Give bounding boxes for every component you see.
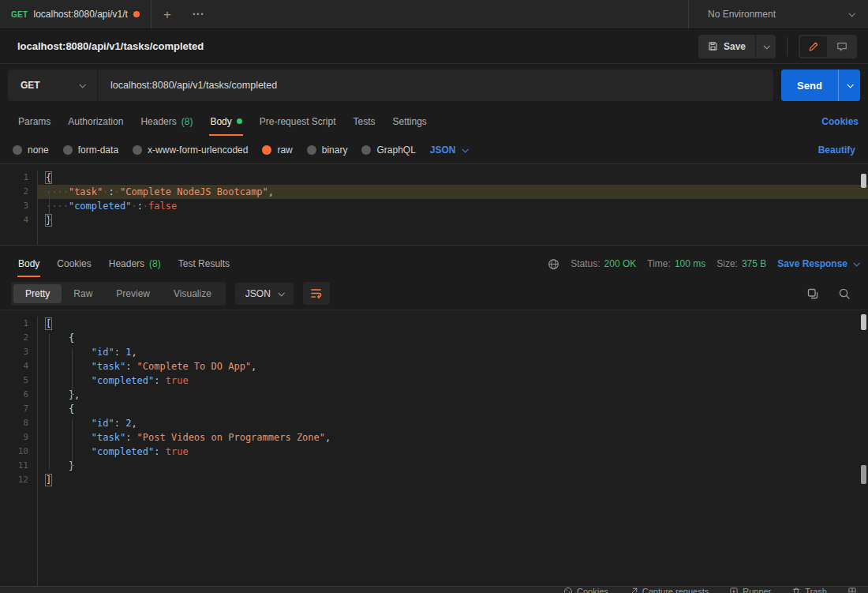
code-line[interactable]: "completed": true — [38, 373, 868, 388]
method-dropdown[interactable]: GET — [8, 69, 98, 101]
url-value: localhost:8080/api/v1/tasks/completed — [110, 80, 277, 91]
code-line[interactable]: { — [38, 331, 868, 345]
code-line[interactable]: ] — [38, 473, 868, 487]
send-button[interactable]: Send — [781, 69, 838, 101]
request-tab[interactable]: GET localhost:8080/api/v1/t — [0, 0, 152, 28]
runner-button[interactable]: Runner — [729, 590, 771, 593]
comments-button[interactable] — [829, 36, 855, 57]
token: , — [131, 347, 137, 358]
body-type-raw[interactable]: raw — [262, 144, 292, 156]
edit-request-button[interactable] — [800, 36, 827, 57]
code-line[interactable]: } — [38, 459, 868, 473]
radio-label: GraphQL — [376, 144, 415, 156]
token: false — [148, 201, 177, 212]
environment-label: No Environment — [708, 9, 776, 20]
scrollbar-thumb[interactable] — [861, 314, 866, 330]
request-title-bar: localhost:8080/api/v1/tasks/completed Sa… — [0, 29, 868, 64]
tab-params[interactable]: Params — [9, 107, 59, 136]
response-tab-test-results[interactable]: Test Results — [170, 250, 238, 277]
response-tab-cookies[interactable]: Cookies — [48, 250, 99, 277]
radio-icon — [63, 145, 73, 155]
scrollbar-thumb[interactable] — [861, 174, 866, 188]
chevron-down-icon — [278, 290, 284, 296]
code-line[interactable]: "completed": true — [38, 445, 868, 459]
token: "completed" — [92, 375, 154, 386]
body-type-form-data[interactable]: form-data — [63, 144, 118, 156]
line-number: 7 — [0, 402, 28, 416]
tab-pre-request-script[interactable]: Pre-request Script — [251, 107, 345, 136]
search-icon[interactable] — [838, 287, 851, 300]
response-language-dropdown[interactable]: JSON — [235, 283, 294, 305]
line-number-gutter: 1234 — [0, 171, 38, 245]
view-visualize[interactable]: Visualize — [162, 284, 223, 303]
copy-icon[interactable] — [806, 287, 819, 300]
code-line[interactable]: ····"task"·:·"Complete NodeJS Bootcamp", — [38, 185, 868, 199]
line-number: 9 — [0, 430, 28, 445]
code-line[interactable]: "task": "Complete To DO App", — [38, 359, 868, 373]
wrap-lines-button[interactable] — [303, 282, 330, 305]
body-type-x-www-form-urlencoded[interactable]: x-www-form-urlencoded — [133, 144, 248, 156]
tab-tests[interactable]: Tests — [344, 107, 383, 136]
chevron-down-icon — [848, 10, 855, 17]
save-button[interactable]: Save — [698, 35, 755, 58]
tab-headers[interactable]: Headers(8) — [132, 107, 201, 136]
code-line[interactable]: [ — [38, 317, 868, 331]
cookies-footer-button[interactable]: Cookies — [563, 590, 608, 593]
plus-icon: + — [163, 8, 171, 21]
body-type-bar: noneform-datax-www-form-urlencodedrawbin… — [0, 136, 868, 163]
edit-comment-group — [799, 35, 857, 58]
scrollbar-thumb[interactable] — [861, 465, 866, 484]
tab-strip: GET localhost:8080/api/v1/t + ••• No Env… — [0, 0, 868, 29]
code-line[interactable]: } — [38, 213, 868, 227]
network-globe-icon[interactable] — [548, 258, 559, 270]
body-type-none[interactable]: none — [13, 144, 49, 156]
token: "Post Videos on Programmers Zone" — [137, 432, 325, 443]
new-tab-button[interactable]: + — [152, 0, 183, 28]
send-options-button[interactable] — [838, 69, 860, 101]
token: : — [125, 432, 137, 443]
code-line[interactable]: ····"completed"·:·false — [38, 199, 868, 213]
save-icon — [708, 41, 718, 51]
capture-requests-button[interactable]: Capture requests — [629, 590, 709, 593]
view-pretty[interactable]: Pretty — [13, 284, 62, 303]
body-type-binary[interactable]: binary — [307, 144, 348, 156]
save-options-button[interactable] — [755, 35, 776, 58]
response-tab-body[interactable]: Body — [9, 250, 48, 277]
tab-label: Headers — [140, 116, 176, 127]
body-type-graphql[interactable]: GraphQL — [361, 144, 415, 156]
tab-body[interactable]: Body — [201, 107, 250, 136]
token: }, — [46, 389, 80, 400]
request-body-editor[interactable]: 1234 {····"task"·:·"Complete NodeJS Boot… — [0, 163, 868, 246]
request-code-pane[interactable]: {····"task"·:·"Complete NodeJS Bootcamp"… — [38, 171, 868, 245]
view-raw[interactable]: Raw — [62, 284, 104, 303]
beautify-link[interactable]: Beautify — [818, 144, 855, 156]
response-body-viewer[interactable]: 123456789101112 [ { "id": 1, "task": "Co… — [0, 310, 868, 586]
tab-authorization[interactable]: Authorization — [59, 107, 132, 136]
request-language-dropdown[interactable]: JSON — [430, 144, 467, 156]
code-line[interactable]: "task": "Post Videos on Programmers Zone… — [38, 430, 868, 445]
token: "Complete NodeJS Bootcamp" — [120, 186, 268, 197]
response-code-pane[interactable]: [ { "id": 1, "task": "Complete To DO App… — [38, 317, 868, 586]
tab-options-button[interactable]: ••• — [183, 0, 215, 28]
tab-settings[interactable]: Settings — [384, 107, 436, 136]
trash-button[interactable]: Trash — [791, 590, 827, 593]
response-tab-headers[interactable]: Headers(8) — [100, 250, 170, 277]
token: true — [166, 375, 189, 386]
environment-selector[interactable]: No Environment — [688, 0, 868, 28]
panel-toggle-button[interactable] — [847, 590, 857, 593]
grid-panel-icon — [847, 587, 857, 593]
view-preview[interactable]: Preview — [104, 284, 162, 303]
token: "task" — [92, 432, 125, 443]
code-line[interactable]: "id": 2, — [38, 416, 868, 430]
line-number: 2 — [0, 331, 28, 345]
token: true — [166, 446, 189, 457]
url-input[interactable]: localhost:8080/api/v1/tasks/completed — [98, 69, 773, 101]
code-line[interactable]: { — [38, 402, 868, 416]
code-line[interactable]: "id": 1, — [38, 345, 868, 359]
save-response-dropdown[interactable]: Save Response — [777, 258, 859, 269]
url-row: GET localhost:8080/api/v1/tasks/complete… — [0, 64, 868, 107]
code-line[interactable]: { — [38, 171, 868, 185]
cookies-link[interactable]: Cookies — [821, 116, 859, 127]
tab-count-badge: (8) — [181, 116, 193, 127]
code-line[interactable]: }, — [38, 388, 868, 402]
